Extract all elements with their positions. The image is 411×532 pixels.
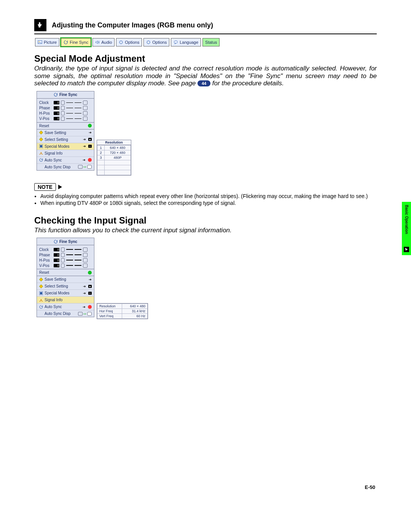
slider-phase[interactable]: Phase0 [39,105,92,111]
menu-auto-sync-disp[interactable]: Auto Sync Disp⇨ [37,310,94,317]
section-intro: This function allows you to check the cu… [34,227,377,234]
menu-header: Fine Sync [37,91,94,99]
table-row [97,170,131,175]
slider-clock[interactable]: Clock0 [39,100,92,105]
tab-status[interactable]: Status [202,38,220,46]
side-tab: Basic Operation [402,202,411,255]
list-item: Avoid displaying computer patterns which… [40,193,377,199]
table-row: Hor Freq31.4 kHz [97,309,148,314]
signal-info-popup: Resolution640 × 480 Hor Freq31.4 kHz Ver… [97,303,148,319]
table-row: 1640 × 480 [97,145,131,150]
divider [34,34,377,34]
slider-clock[interactable]: Clock0 [39,247,92,252]
table-row: 2720 × 480 [97,150,131,155]
resolution-table: 1640 × 480 2720 × 480 3480P [97,145,131,175]
tab-picture[interactable]: Picture [35,38,59,46]
slider-vpos[interactable]: V-Pos0 [39,263,92,268]
diamond-icon [39,278,43,281]
note-list: Avoid displaying computer patterns which… [34,193,377,206]
resolution-popup: Resolution 1640 × 480 2720 × 480 3480P [97,140,131,176]
table-row: Resolution640 × 480 [97,304,148,309]
diamond-icon [39,284,43,288]
section-intro: Ordinarily, the type of input signal is … [34,65,377,87]
info-icon [39,151,43,155]
side-tab-label: Basic Operation [405,205,409,234]
list-item: When inputting DTV 480P or 1080i signals… [40,200,377,206]
menu-select-setting[interactable]: Select Setting➔■ [37,136,94,143]
tab-label: Options [125,40,139,45]
pointer-icon [404,247,409,252]
menu-special-modes[interactable]: Special Modes➔1 [37,143,94,150]
tab-label: Language [180,40,198,45]
menu-auto-sync-disp[interactable]: Auto Sync Disp⇨ [37,163,94,170]
tab-options-2[interactable]: Options [143,38,169,46]
sync-icon [54,93,58,97]
sync-icon [54,240,58,244]
reset-icon [88,124,92,128]
audio-icon [95,40,100,45]
sync-icon [64,40,68,45]
tab-label: Options [152,40,167,45]
off-icon [88,158,92,162]
svg-rect-8 [40,292,42,294]
diamond-icon [39,131,43,134]
svg-point-4 [174,41,178,43]
menu-auto-sync[interactable]: Auto Sync➔ [37,303,94,310]
chevron-right-icon: ➔ [83,291,86,295]
note-label: NOTE [34,183,56,191]
fine-sync-menu: Fine Sync Clock0 Phase0 H-Pos0 V-Pos0 Re… [37,91,94,171]
page-title: Adjusting the Computer Images (RGB menu … [52,21,213,29]
chevron-right-icon: ➔ [83,158,86,162]
table-row: Vert Freq60 Hz [97,314,148,319]
tab-fine-sync[interactable]: Fine Sync [61,38,91,46]
table-row [97,160,131,165]
menu-signal-info[interactable]: Signal Info [37,296,94,303]
tab-language[interactable]: Language [171,38,201,46]
signal-info-table: Resolution640 × 480 Hor Freq31.4 kHz Ver… [97,304,148,319]
tab-audio[interactable]: Audio [92,38,115,46]
page-number: E-50 [365,484,375,490]
modes-icon [39,144,43,148]
section-heading: Special Mode Adjustment [34,53,377,64]
menu-save-setting[interactable]: Save Setting➔ [37,129,94,136]
diamond-icon [39,137,43,141]
sync-icon [39,305,43,309]
fine-sync-menu: Fine Sync Clock0 Phase0 H-Pos0 V-Pos0 Re… [37,238,94,317]
slider-vpos[interactable]: V-Pos0 [39,116,92,121]
menu-reset[interactable]: Reset [37,122,94,129]
modes-icon [39,291,43,295]
tab-label: Audio [101,40,112,45]
table-row: 3480P [97,155,131,160]
chevron-right-icon: ➔ [83,137,86,141]
options-icon [146,40,151,45]
slider-hpos[interactable]: H-Pos0 [39,111,92,116]
menu-select-setting[interactable]: Select Setting➔■ [37,283,94,289]
page-reference: 44 [198,80,210,86]
table-row [97,165,131,170]
section-heading: Checking the Input Signal [34,215,377,226]
off-icon [88,305,92,309]
slider-phase[interactable]: Phase0 [39,252,92,257]
tab-label: Status [205,40,217,45]
tab-options-1[interactable]: Options [116,38,142,46]
slider-hpos[interactable]: H-Pos0 [39,257,92,263]
chevron-right-icon: ➔ [89,131,92,134]
menu-header: Fine Sync [37,238,94,245]
chevron-right-icon: ➔ [83,305,86,309]
chevron-right-icon: ➔ [89,278,92,281]
svg-point-1 [39,41,40,42]
menu-auto-sync[interactable]: Auto Sync➔ [37,157,94,163]
menu-tabbar: Picture Fine Sync Audio Options Options … [35,38,377,46]
info-icon [39,298,43,302]
hand-icon [34,19,46,31]
menu-reset[interactable]: Reset [37,269,94,276]
sync-icon [39,158,43,162]
menu-special-modes[interactable]: Special Modes➔1 [37,289,94,296]
tab-label: Picture [44,40,57,45]
popup-header: Resolution [97,140,131,145]
language-icon [174,40,178,45]
menu-save-setting[interactable]: Save Setting➔ [37,276,94,283]
options-icon [119,40,123,45]
menu-signal-info[interactable]: Signal Info [37,150,94,157]
picture-icon [38,40,42,45]
